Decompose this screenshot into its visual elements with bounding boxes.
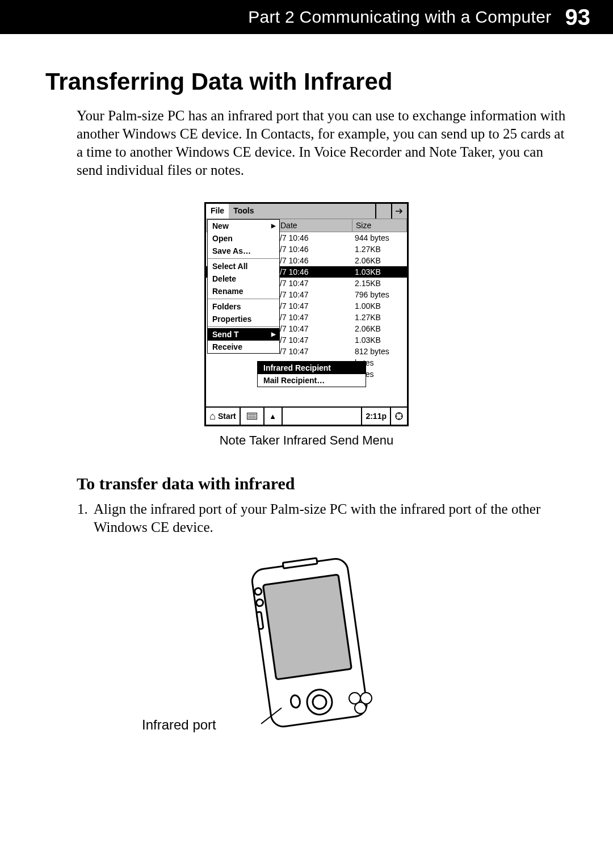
menu-item[interactable]: Delete	[208, 272, 279, 285]
send-icon[interactable]	[391, 204, 407, 219]
step: Align the infrared port of your Palm-siz…	[91, 500, 568, 536]
header-page-number: 93	[565, 5, 591, 30]
intro-paragraph: Your Palm-size PC has an infrared port t…	[77, 107, 568, 179]
menubar-separator	[375, 204, 391, 219]
device-illustration: Infrared port	[227, 553, 386, 749]
device-screenshot: File Tools Date Size /7 10:46944 bytes/7…	[204, 202, 409, 426]
menu-item[interactable]: Select All	[208, 260, 279, 272]
page-header: Part 2 Communicating with a Computer 93	[0, 0, 613, 34]
start-button[interactable]: Start	[206, 408, 241, 425]
infrared-port-label: Infrared port	[142, 717, 216, 733]
figure-caption: Note Taker Infrared Send Menu	[45, 433, 568, 448]
menu-item[interactable]: Send T	[208, 328, 279, 341]
svg-point-10	[312, 694, 327, 710]
menu-tools[interactable]: Tools	[229, 204, 258, 219]
tray-icon[interactable]	[391, 408, 407, 425]
menu-item[interactable]: Rename	[208, 285, 279, 297]
svg-point-17	[355, 702, 366, 714]
menu-item[interactable]: Open	[208, 232, 279, 245]
device-menubar: File Tools	[206, 204, 407, 219]
header-part: Part 2 Communicating with a Computer	[248, 7, 551, 27]
keyboard-icon[interactable]	[241, 408, 264, 425]
submenu-item[interactable]: Infrared Recipient	[258, 362, 366, 374]
procedure-heading: To transfer data with infrared	[77, 474, 568, 493]
taskbar-clock[interactable]: 2:11p	[362, 408, 391, 425]
col-size-header[interactable]: Size	[352, 219, 407, 232]
col-date-header[interactable]: Date	[277, 219, 352, 232]
menu-item[interactable]: Properties	[208, 313, 279, 325]
submenu-item[interactable]: Mail Recipient…	[258, 374, 366, 387]
menu-item[interactable]: Save As…	[208, 245, 279, 257]
menu-item[interactable]: Receive	[208, 341, 279, 353]
up-arrow-icon[interactable]: ▴	[264, 408, 283, 425]
device-taskbar: Start ▴ 2:11p	[206, 406, 407, 425]
page-title: Transferring Data with Infrared	[45, 68, 568, 95]
procedure-steps: Align the infrared port of your Palm-siz…	[77, 500, 568, 536]
file-dropdown: NewOpenSave As…Select AllDeleteRenameFol…	[207, 219, 280, 354]
svg-point-12	[256, 599, 264, 607]
svg-rect-7	[264, 576, 351, 678]
menu-file[interactable]: File	[206, 204, 229, 219]
svg-point-11	[254, 588, 262, 596]
pda-drawing	[227, 553, 386, 747]
menu-item[interactable]: New	[208, 220, 279, 232]
menu-item[interactable]: Folders	[208, 300, 279, 313]
send-to-submenu: Infrared RecipientMail Recipient…	[257, 361, 366, 387]
